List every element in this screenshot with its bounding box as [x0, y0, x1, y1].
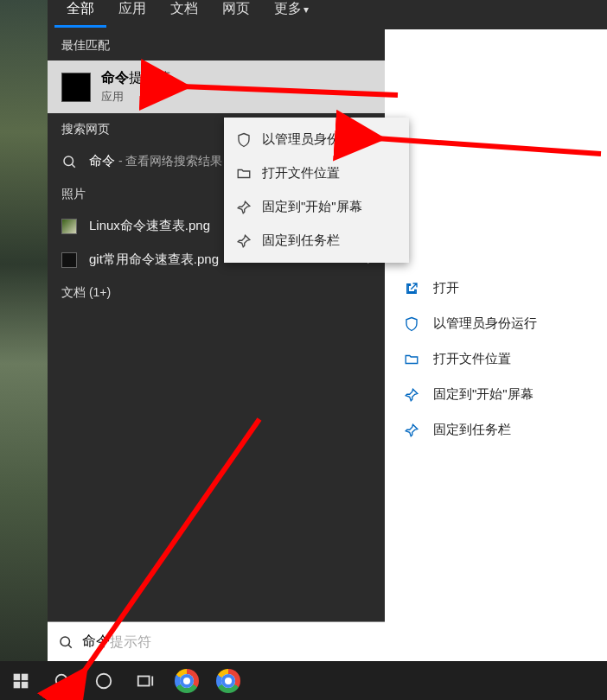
image-thumbnail-icon [61, 219, 77, 234]
search-scope-tabs: 全部 应用 文档 网页 更多▾ [48, 0, 607, 29]
chevron-down-icon: ▾ [304, 3, 309, 16]
taskbar-app-chrome-2[interactable] [208, 661, 249, 700]
tab-documents[interactable]: 文档 [158, 0, 210, 28]
taskbar-search-button[interactable] [42, 661, 83, 700]
action-pin-taskbar[interactable]: 固定到任务栏 [404, 422, 537, 438]
svg-point-8 [56, 674, 67, 685]
chrome-icon [216, 669, 240, 693]
task-view-button[interactable] [125, 661, 166, 700]
tab-apps[interactable]: 应用 [106, 0, 158, 28]
action-pin-start[interactable]: 固定到"开始"屏幕 [404, 386, 537, 403]
svg-rect-5 [22, 673, 29, 680]
search-icon [53, 671, 72, 690]
search-icon [58, 634, 73, 650]
start-button[interactable] [0, 661, 42, 700]
folder-icon [236, 166, 252, 181]
chrome-icon [175, 669, 199, 693]
ctx-run-as-admin[interactable]: 以管理员身份运行 [224, 123, 409, 156]
cmd-icon [61, 73, 91, 102]
image-thumbnail-icon [61, 252, 77, 268]
tab-all[interactable]: 全部 [54, 0, 106, 28]
search-input-row[interactable]: 命令 [48, 621, 385, 661]
svg-rect-4 [14, 673, 21, 680]
svg-rect-6 [14, 681, 21, 688]
svg-line-1 [72, 164, 75, 168]
ctx-pin-taskbar[interactable]: 固定到任务栏 [224, 224, 409, 258]
search-typed-text: 命令 [82, 633, 110, 651]
svg-line-9 [66, 684, 70, 688]
best-match-item[interactable]: 命令提示符 应用 [48, 60, 385, 113]
svg-rect-11 [138, 676, 150, 685]
folder-icon [404, 352, 419, 367]
svg-point-2 [61, 637, 70, 646]
ctx-open-location[interactable]: 打开文件位置 [224, 156, 409, 190]
action-open[interactable]: 打开 [404, 280, 537, 296]
shield-icon [404, 316, 419, 332]
cortana-button[interactable] [83, 661, 125, 700]
svg-rect-7 [22, 681, 29, 688]
open-icon [404, 281, 419, 296]
ctx-pin-start[interactable]: 固定到"开始"屏幕 [224, 190, 409, 224]
section-best-match: 最佳匹配 [48, 29, 385, 60]
task-view-icon [136, 671, 155, 690]
shield-icon [236, 132, 252, 148]
search-icon [61, 154, 77, 169]
preview-column: 以管理员身份运行 打开文件位置 固定到"开始"屏幕 固定到任务栏 [385, 29, 607, 661]
action-open-location[interactable]: 打开文件位置 [404, 351, 537, 367]
svg-point-0 [64, 156, 73, 166]
tab-web[interactable]: 网页 [210, 0, 262, 28]
pin-icon [236, 200, 252, 215]
pin-icon [236, 233, 252, 249]
search-input[interactable] [110, 634, 374, 650]
best-match-subtitle: 应用 [101, 89, 170, 105]
windows-icon [12, 672, 29, 690]
windows-search-pane: 全部 应用 文档 网页 更多▾ 最佳匹配 命令提示符 应用 搜索网页 命令 - … [48, 0, 607, 661]
preview-actions: 打开 以管理员身份运行 打开文件位置 固定到"开始"屏幕 固定到任务栏 [404, 280, 537, 438]
tab-more[interactable]: 更多▾ [262, 0, 321, 28]
taskbar [0, 661, 607, 700]
taskbar-app-chrome-1[interactable] [166, 661, 208, 700]
svg-line-3 [68, 645, 72, 648]
desktop-wallpaper-strip [0, 0, 48, 661]
section-documents: 文档 (1+) [48, 277, 385, 308]
svg-point-10 [97, 673, 112, 688]
cortana-icon [94, 671, 113, 690]
context-menu: 以管理员身份运行 打开文件位置 固定到"开始"屏幕 固定到任务栏 [224, 118, 409, 263]
best-match-title: 命令提示符 [101, 69, 170, 87]
action-run-as-admin[interactable]: 以管理员身份运行 [404, 315, 537, 332]
pin-icon [404, 423, 419, 438]
pin-icon [404, 387, 419, 403]
